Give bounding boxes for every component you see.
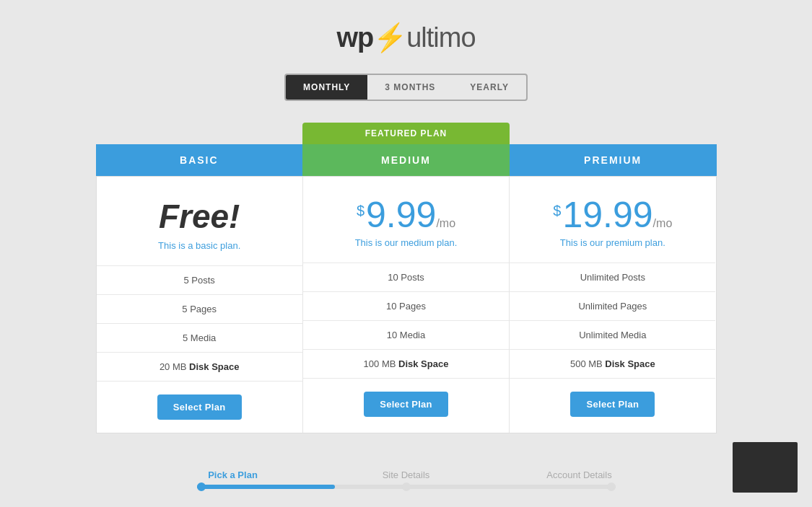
dark-box: [733, 442, 798, 493]
price-area-medium: $ 9.99 /mo This is our medium plan.: [303, 177, 509, 263]
feature-row-basic-disk: 20 MB Disk Space: [97, 352, 302, 381]
step-label-pick-plan: Pick a Plan: [190, 469, 276, 480]
disk-label-medium: Disk Space: [398, 358, 448, 369]
price-row-premium: $ 19.99 /mo: [553, 197, 672, 233]
price-area-basic: Free! This is a basic plan.: [97, 177, 302, 265]
price-dollar-premium: $: [553, 203, 561, 219]
price-row-medium: $ 9.99 /mo: [357, 197, 455, 233]
price-amount-medium: 9.99: [366, 197, 436, 233]
step-label-site-details: Site Details: [363, 469, 450, 480]
feature-row-premium-media: Unlimited Media: [510, 320, 715, 349]
feature-row-basic-media: 5 Media: [97, 323, 302, 352]
disk-prefix-basic: 20 MB: [160, 361, 189, 372]
price-area-premium: $ 19.99 /mo This is our premium plan.: [510, 177, 715, 263]
plan-card-medium: $ 9.99 /mo This is our medium plan. 10 P…: [303, 177, 510, 433]
feature-row-basic-posts: 5 Posts: [97, 265, 302, 294]
step-label-account-details: Account Details: [536, 469, 623, 480]
step-dot-3: [607, 482, 616, 491]
feature-row-medium-disk: 100 MB Disk Space: [303, 349, 509, 378]
feature-row-medium-media: 10 Media: [303, 320, 509, 349]
btn-row-premium: Select Plan: [510, 378, 715, 430]
steps-container: Pick a Plan Site Details Account Details: [190, 469, 623, 489]
featured-spacer-right: [510, 123, 717, 144]
plan-headers: BASIC MEDIUM PREMIUM: [96, 144, 717, 176]
price-free-label: Free!: [159, 197, 240, 236]
logo-wp: wp: [336, 22, 373, 53]
plans-wrapper: FEATURED PLAN BASIC MEDIUM PREMIUM Free!…: [96, 123, 717, 433]
disk-prefix-premium: 500 MB: [570, 358, 605, 369]
feature-row-premium-pages: Unlimited Pages: [510, 291, 715, 320]
btn-row-medium: Select Plan: [303, 378, 509, 430]
featured-row: FEATURED PLAN: [96, 123, 717, 144]
plan-header-premium: PREMIUM: [510, 144, 717, 176]
logo-ultimo: ultimo: [406, 22, 475, 53]
btn-row-basic: Select Plan: [97, 381, 302, 433]
price-desc-medium: This is our medium plan.: [355, 237, 458, 248]
feature-row-basic-pages: 5 Pages: [97, 294, 302, 323]
price-desc-basic: This is a basic plan.: [158, 240, 240, 251]
plan-header-basic: BASIC: [96, 144, 303, 176]
select-plan-premium-button[interactable]: Select Plan: [570, 392, 655, 417]
feature-row-premium-posts: Unlimited Posts: [510, 263, 715, 291]
disk-prefix-medium: 100 MB: [364, 358, 398, 369]
price-dollar-medium: $: [357, 203, 364, 219]
disk-label-premium: Disk Space: [605, 358, 655, 369]
billing-yearly-button[interactable]: YEARLY: [453, 75, 526, 100]
featured-spacer-left: [96, 123, 303, 144]
disk-label-basic: Disk Space: [189, 361, 239, 372]
steps-bar: [197, 485, 616, 489]
step-dot-2: [402, 482, 411, 491]
logo-bolt: ⚡: [373, 22, 406, 53]
step-dot-1: [197, 482, 206, 491]
step-dots: [197, 482, 616, 491]
price-per-medium: /mo: [436, 217, 455, 230]
steps-labels: Pick a Plan Site Details Account Details: [190, 469, 623, 480]
logo: wp⚡ultimo: [336, 22, 475, 53]
featured-label: FEATURED PLAN: [302, 123, 510, 144]
select-plan-medium-button[interactable]: Select Plan: [364, 392, 448, 417]
billing-monthly-button[interactable]: MONTHLY: [286, 75, 367, 100]
feature-row-medium-posts: 10 Posts: [303, 263, 509, 291]
feature-row-premium-disk: 500 MB Disk Space: [510, 349, 715, 378]
select-plan-basic-button[interactable]: Select Plan: [157, 394, 242, 420]
plan-cards: Free! This is a basic plan. 5 Posts 5 Pa…: [96, 176, 717, 433]
price-amount-premium: 19.99: [562, 197, 652, 233]
feature-row-medium-pages: 10 Pages: [303, 291, 509, 320]
price-per-premium: /mo: [653, 217, 673, 230]
price-desc-premium: This is our premium plan.: [560, 237, 665, 248]
plan-card-basic: Free! This is a basic plan. 5 Posts 5 Pa…: [97, 177, 303, 433]
billing-toggle: MONTHLY 3 MONTHS YEARLY: [284, 74, 528, 101]
billing-3months-button[interactable]: 3 MONTHS: [367, 75, 453, 100]
plan-header-medium: MEDIUM: [302, 144, 510, 176]
plan-card-premium: $ 19.99 /mo This is our premium plan. Un…: [510, 177, 715, 433]
